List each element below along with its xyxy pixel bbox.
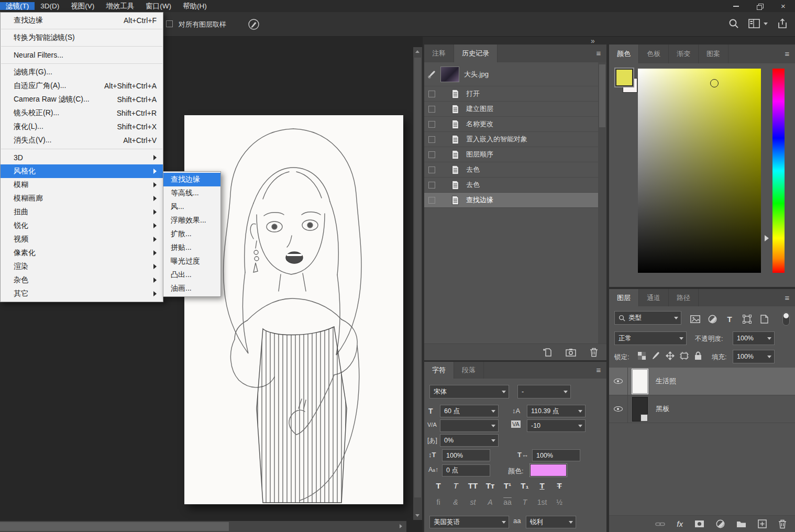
filter-menu-item[interactable]: 滤镜库(G)... xyxy=(1,65,163,79)
layer-row[interactable]: 黑板 xyxy=(609,395,795,423)
new-snapshot-button[interactable] xyxy=(566,348,576,357)
search-icon[interactable] xyxy=(728,18,739,29)
blend-mode-select[interactable]: 正常 xyxy=(614,331,687,345)
new-layer-icon[interactable] xyxy=(758,519,767,528)
vertical-scroll-thumb[interactable] xyxy=(414,58,421,497)
color-field[interactable] xyxy=(638,69,761,273)
lock-all-icon[interactable] xyxy=(693,350,703,361)
text-style-button[interactable]: TT xyxy=(466,481,480,490)
snapshot-thumbnail[interactable] xyxy=(440,66,459,82)
filter-pixel-layers-icon[interactable] xyxy=(689,313,701,325)
color-field-marker[interactable] xyxy=(710,79,719,87)
filter-menu-item[interactable]: Neural Filters... xyxy=(1,48,163,62)
lock-transparent-pixels-icon[interactable] xyxy=(636,350,647,361)
share-icon[interactable] xyxy=(777,18,788,29)
opentype-feature-button[interactable]: ½ xyxy=(553,498,566,506)
panel-tab[interactable]: 色板 xyxy=(639,45,669,63)
history-source-checkbox[interactable] xyxy=(428,167,435,173)
panel-tab[interactable]: 路径 xyxy=(669,289,699,306)
filter-adjustment-layers-icon[interactable] xyxy=(706,313,719,325)
filter-menu-item[interactable]: 镜头校正(R)... Shift+Ctrl+R xyxy=(1,106,163,120)
add-layer-mask-icon[interactable] xyxy=(694,520,704,528)
history-step-row[interactable]: 查找边缘 xyxy=(424,193,598,208)
panel-tab[interactable]: 段落 xyxy=(454,362,484,379)
panel-tab[interactable]: 图层 xyxy=(609,289,639,306)
menubar-item[interactable]: 3D(D) xyxy=(35,2,65,10)
filter-menu-item[interactable] xyxy=(1,149,162,149)
vertical-scale-input[interactable]: 100% xyxy=(442,449,490,461)
text-color-swatch[interactable] xyxy=(530,464,567,476)
workspace-icon[interactable] xyxy=(748,19,768,28)
tracking-select[interactable]: -10 xyxy=(527,419,586,432)
history-source-checkbox[interactable] xyxy=(428,151,435,158)
menubar-item[interactable]: 增效工具 xyxy=(100,2,140,10)
smoothing-icon[interactable] xyxy=(248,18,260,30)
text-style-button[interactable]: T xyxy=(449,481,462,490)
text-style-button[interactable]: T₁ xyxy=(518,481,532,490)
filter-menu-item[interactable]: 杂色 xyxy=(1,273,163,287)
filter-menu-item[interactable]: 3D xyxy=(1,151,163,164)
history-source-checkbox[interactable] xyxy=(428,121,435,128)
opentype-feature-button[interactable]: fi xyxy=(432,498,445,506)
submenu-item[interactable]: 等高线... xyxy=(163,186,220,200)
filter-menu-item[interactable]: 渲染 xyxy=(1,260,163,273)
layer-filter-type-select[interactable]: 类型 xyxy=(614,311,681,325)
scroll-down-icon[interactable] xyxy=(415,514,419,517)
baseline-shift-input[interactable]: 0 点 xyxy=(442,464,490,476)
layer-thumbnail[interactable] xyxy=(632,397,648,422)
layer-visibility-toggle[interactable] xyxy=(609,368,628,395)
vertical-scrollbar[interactable] xyxy=(413,47,422,520)
horizontal-scrollbar[interactable] xyxy=(0,521,406,532)
scroll-right-icon[interactable] xyxy=(400,524,402,528)
panel-tab[interactable]: 颜色 xyxy=(609,45,639,63)
lock-position-icon[interactable] xyxy=(665,350,675,361)
opentype-feature-button[interactable]: A xyxy=(483,498,497,506)
collapse-panel-icon[interactable]: » xyxy=(591,37,595,45)
panel-tab[interactable]: 历史记录 xyxy=(454,45,498,62)
filter-menu-item[interactable]: 模糊画廊 xyxy=(1,192,163,205)
filter-menu-item[interactable]: 锐化 xyxy=(1,219,163,232)
font-style-select[interactable]: - xyxy=(517,385,571,398)
filter-menu-item[interactable]: 消失点(V)... Alt+Ctrl+V xyxy=(1,134,163,147)
layer-row[interactable]: 生活照 xyxy=(609,368,795,395)
panel-tab[interactable]: 通道 xyxy=(639,289,669,306)
antialias-select[interactable]: 锐利 xyxy=(526,516,576,528)
delete-layer-icon[interactable] xyxy=(778,519,787,529)
panel-tab[interactable]: 图案 xyxy=(699,45,728,63)
history-scroll-thumb[interactable] xyxy=(599,64,605,127)
panel-menu-icon[interactable]: ≡ xyxy=(591,362,606,379)
history-source-checkbox[interactable] xyxy=(428,182,435,189)
submenu-item[interactable]: 油画... xyxy=(163,282,220,295)
opacity-input[interactable]: 100% xyxy=(733,331,775,345)
history-step-row[interactable]: 名称更改 xyxy=(424,117,598,132)
submenu-item[interactable]: 曝光过度 xyxy=(163,254,220,268)
restore-button[interactable] xyxy=(748,0,771,12)
font-family-select[interactable]: 宋体 xyxy=(429,385,509,398)
history-source-checkbox[interactable] xyxy=(428,136,435,143)
layer-visibility-toggle[interactable] xyxy=(609,395,628,423)
language-select[interactable]: 美国英语 xyxy=(429,516,509,528)
history-source-checkbox[interactable] xyxy=(428,197,435,204)
close-button[interactable]: × xyxy=(771,0,795,12)
text-style-button[interactable]: T xyxy=(432,481,445,490)
filter-type-layers-icon[interactable]: T xyxy=(723,313,736,325)
panel-menu-icon[interactable]: ≡ xyxy=(779,289,795,306)
layer-effects-icon[interactable]: fx xyxy=(677,519,683,528)
history-step-row[interactable]: 建立图层 xyxy=(424,102,598,117)
filter-menu-item[interactable] xyxy=(1,46,162,47)
filter-menu-item[interactable]: 其它 xyxy=(1,287,163,301)
delete-state-button[interactable] xyxy=(590,348,598,357)
submenu-item[interactable]: 风... xyxy=(163,200,220,214)
horizontal-scale-input[interactable]: 100% xyxy=(532,449,580,461)
opentype-feature-button[interactable]: & xyxy=(449,498,462,506)
history-step-row[interactable]: 去色 xyxy=(424,162,598,178)
submenu-item[interactable]: 浮雕效果... xyxy=(163,214,220,227)
layer-filter-toggle[interactable] xyxy=(782,312,790,326)
submenu-item[interactable]: 扩散... xyxy=(163,227,220,241)
history-step-row[interactable]: 去色 xyxy=(424,178,598,193)
horizontal-scroll-thumb[interactable] xyxy=(0,522,229,531)
filter-menu-item[interactable]: Camera Raw 滤镜(C)... Shift+Ctrl+A xyxy=(1,93,163,106)
filter-shape-layers-icon[interactable] xyxy=(741,313,753,325)
filter-menu-item[interactable] xyxy=(1,63,162,64)
hue-slider-icon[interactable] xyxy=(765,235,769,241)
